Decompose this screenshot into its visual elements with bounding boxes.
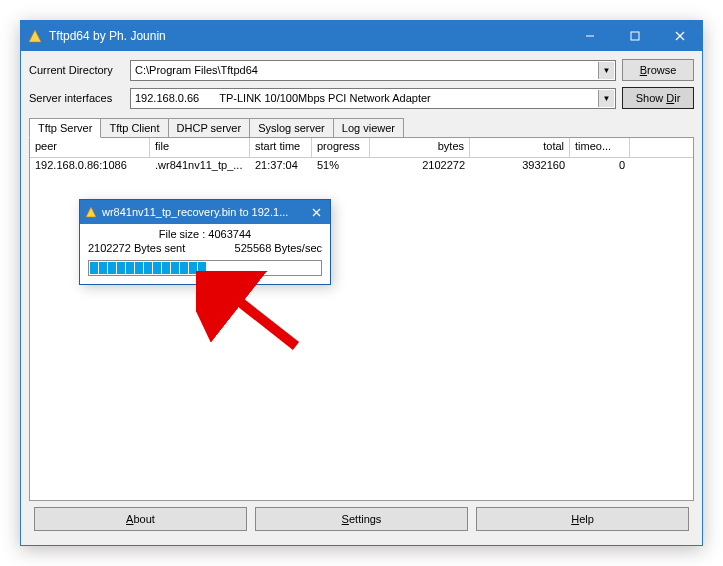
progress-segment [135, 262, 143, 274]
server-interface-ip: 192.168.0.66 [135, 92, 219, 104]
close-button[interactable] [657, 21, 702, 51]
browse-button[interactable]: Browse [622, 59, 694, 81]
server-interfaces-combo[interactable]: 192.168.0.66 TP-LINK 10/100Mbps PCI Netw… [130, 88, 616, 109]
chevron-down-icon[interactable]: ▼ [598, 62, 614, 79]
col-progress[interactable]: progress [312, 138, 370, 157]
tab-dhcp-server[interactable]: DHCP server [168, 118, 251, 138]
bottom-bar: About Settings Help [29, 501, 694, 537]
window-title: Tftpd64 by Ph. Jounin [49, 29, 567, 43]
minimize-button[interactable] [567, 21, 612, 51]
progress-segment [162, 262, 170, 274]
cell-progress: 51% [312, 158, 370, 175]
bytes-sent-label: 2102272 Bytes sent [88, 242, 185, 254]
server-interface-desc: TP-LINK 10/100Mbps PCI Network Adapter [219, 92, 611, 104]
tab-log-viewer[interactable]: Log viewer [333, 118, 404, 138]
tab-body: peer file start time progress bytes tota… [29, 137, 694, 501]
progress-segment [180, 262, 188, 274]
table-row[interactable]: 192.168.0.86:1086 .wr841nv11_tp_... 21:3… [30, 158, 693, 175]
chevron-down-icon[interactable]: ▼ [598, 90, 614, 107]
progress-bar [88, 260, 322, 276]
transfer-rate-label: 525568 Bytes/sec [235, 242, 322, 254]
progress-segment [153, 262, 161, 274]
show-dir-button[interactable]: Show Dir [622, 87, 694, 109]
progress-segment [99, 262, 107, 274]
current-directory-value: C:\Program Files\Tftpd64 [135, 64, 278, 76]
progress-segment [189, 262, 197, 274]
tab-syslog-server[interactable]: Syslog server [249, 118, 334, 138]
list-header: peer file start time progress bytes tota… [30, 138, 693, 158]
dialog-close-button[interactable] [302, 200, 330, 224]
dialog-titlebar[interactable]: wr841nv11_tp_recovery.bin to 192.1... [80, 200, 330, 224]
cell-total: 3932160 [470, 158, 570, 175]
dialog-body: File size : 4063744 2102272 Bytes sent 5… [80, 224, 330, 284]
current-directory-label: Current Directory [29, 64, 124, 76]
col-bytes[interactable]: bytes [370, 138, 470, 157]
help-button[interactable]: Help [476, 507, 689, 531]
current-directory-combo[interactable]: C:\Program Files\Tftpd64 ▼ [130, 60, 616, 81]
cell-start: 21:37:04 [250, 158, 312, 175]
col-total[interactable]: total [470, 138, 570, 157]
file-size-label: File size : 4063744 [88, 228, 322, 240]
col-file[interactable]: file [150, 138, 250, 157]
client-area: Current Directory C:\Program Files\Tftpd… [21, 51, 702, 545]
tabs: Tftp Server Tftp Client DHCP server Sysl… [29, 117, 694, 137]
about-button[interactable]: About [34, 507, 247, 531]
tab-tftp-server[interactable]: Tftp Server [29, 118, 101, 138]
maximize-button[interactable] [612, 21, 657, 51]
cell-file: .wr841nv11_tp_... [150, 158, 250, 175]
svg-rect-1 [631, 32, 639, 40]
progress-segment [171, 262, 179, 274]
app-icon [27, 28, 43, 44]
cell-bytes: 2102272 [370, 158, 470, 175]
cell-peer: 192.168.0.86:1086 [30, 158, 150, 175]
app-icon [84, 205, 98, 219]
settings-button[interactable]: Settings [255, 507, 468, 531]
progress-segment [144, 262, 152, 274]
progress-segment [90, 262, 98, 274]
app-window: Tftpd64 by Ph. Jounin Current Directory … [20, 20, 703, 546]
cell-timeouts: 0 [570, 158, 630, 175]
transfer-progress-dialog: wr841nv11_tp_recovery.bin to 192.1... Fi… [79, 199, 331, 285]
titlebar[interactable]: Tftpd64 by Ph. Jounin [21, 21, 702, 51]
col-start-time[interactable]: start time [250, 138, 312, 157]
progress-segment [117, 262, 125, 274]
progress-segment [126, 262, 134, 274]
progress-segment [198, 262, 206, 274]
tab-tftp-client[interactable]: Tftp Client [100, 118, 168, 138]
col-peer[interactable]: peer [30, 138, 150, 157]
progress-segment [108, 262, 116, 274]
col-timeouts[interactable]: timeo... [570, 138, 630, 157]
dialog-title: wr841nv11_tp_recovery.bin to 192.1... [102, 206, 302, 218]
server-interfaces-label: Server interfaces [29, 92, 124, 104]
